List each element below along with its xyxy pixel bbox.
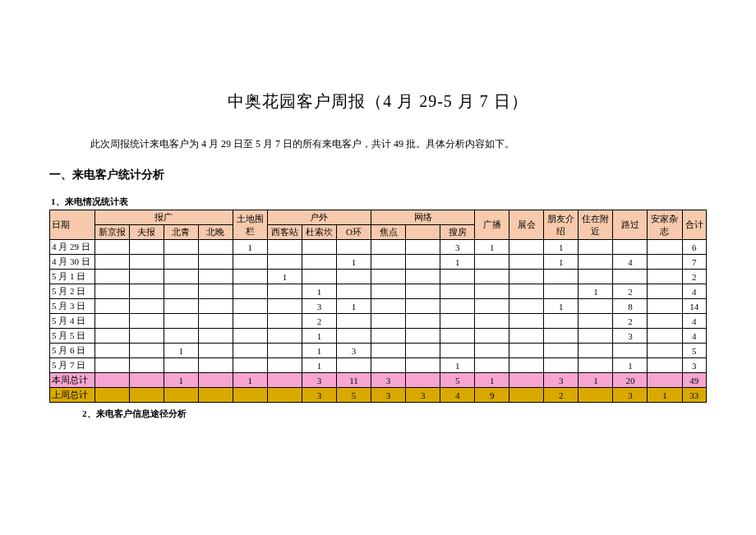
cell: 7 <box>682 255 706 270</box>
cell <box>509 344 544 358</box>
cell <box>648 373 682 388</box>
cell: 1 <box>164 373 198 388</box>
cell <box>475 270 509 284</box>
cell <box>233 284 267 299</box>
cell: 1 <box>336 299 371 314</box>
row-date: 4 月 29 日 <box>50 240 95 255</box>
cell <box>198 388 233 403</box>
cell <box>129 388 164 403</box>
cell <box>94 270 129 284</box>
cell <box>129 344 164 358</box>
table-row: 4 月 30 日11147 <box>50 255 707 270</box>
section-1-heading: 一、来电客户统计分析 <box>49 168 707 182</box>
cell: 4 <box>440 388 475 403</box>
col-blank-net <box>406 225 440 240</box>
cell: 2 <box>613 284 648 299</box>
cell <box>371 255 406 270</box>
cell <box>406 240 440 255</box>
cell: 1 <box>302 329 336 344</box>
cell <box>164 284 198 299</box>
cell: 4 <box>613 255 648 270</box>
cell <box>164 329 198 344</box>
cell <box>267 299 302 314</box>
cell: 11 <box>336 373 371 388</box>
table-row: 5 月 4 日224 <box>50 314 707 329</box>
cell <box>475 314 509 329</box>
col-tudi: 土地围栏 <box>233 210 267 240</box>
cell <box>406 373 440 388</box>
cell <box>440 270 475 284</box>
cell <box>198 373 233 388</box>
cell <box>336 329 371 344</box>
table-row: 4 月 29 日13116 <box>50 240 707 255</box>
col-guangbo: 广播 <box>475 210 509 240</box>
cell <box>267 255 302 270</box>
cell <box>406 299 440 314</box>
cell: 2 <box>544 388 579 403</box>
cell <box>198 314 233 329</box>
cell <box>336 314 371 329</box>
cell: 1 <box>579 284 613 299</box>
cell: 1 <box>267 270 302 284</box>
cell <box>94 344 129 358</box>
cell <box>509 270 544 284</box>
cell: 33 <box>682 388 706 403</box>
cell <box>406 284 440 299</box>
cell <box>233 329 267 344</box>
cell <box>94 373 129 388</box>
cell <box>475 329 509 344</box>
cell <box>336 240 371 255</box>
cell <box>267 329 302 344</box>
col-group-baoguang: 报广 <box>94 210 233 225</box>
cell <box>164 314 198 329</box>
cell: 3 <box>336 344 371 358</box>
cell <box>406 270 440 284</box>
cell <box>544 270 579 284</box>
cell <box>613 240 648 255</box>
cell: 4 <box>682 314 706 329</box>
cell <box>509 373 544 388</box>
cell: 1 <box>302 284 336 299</box>
page-title: 中奥花园客户周报（4 月 29-5 月 7 日） <box>49 90 707 113</box>
cell <box>544 329 579 344</box>
cell <box>129 329 164 344</box>
col-pengyou: 朋友介绍 <box>544 210 579 240</box>
cell <box>233 299 267 314</box>
cell <box>509 299 544 314</box>
cell: 1 <box>544 255 579 270</box>
cell <box>475 255 509 270</box>
cell: 3 <box>544 373 579 388</box>
cell <box>648 329 682 344</box>
cell <box>579 358 613 373</box>
cell <box>475 358 509 373</box>
intro-paragraph: 此次周报统计来电客户为 4 月 29 日至 5 月 7 日的所有来电客户，共计 … <box>90 137 707 151</box>
cell: 1 <box>544 299 579 314</box>
cell: 49 <box>682 373 706 388</box>
cell: 1 <box>475 373 509 388</box>
cell <box>371 344 406 358</box>
col-group-wangluo: 网络 <box>371 210 475 225</box>
cell <box>440 329 475 344</box>
cell <box>440 314 475 329</box>
cell <box>648 314 682 329</box>
cell: 2 <box>613 314 648 329</box>
cell <box>371 270 406 284</box>
cell: 14 <box>682 299 706 314</box>
cell <box>440 284 475 299</box>
cell <box>129 255 164 270</box>
cell <box>164 255 198 270</box>
col-ohuan: O环 <box>336 225 371 240</box>
col-zhuzai: 住在附近 <box>579 210 613 240</box>
cell <box>579 388 613 403</box>
cell: 1 <box>475 240 509 255</box>
cell <box>440 344 475 358</box>
cell <box>613 270 648 284</box>
cell: 2 <box>682 270 706 284</box>
cell <box>94 240 129 255</box>
cell <box>233 388 267 403</box>
row-date: 5 月 7 日 <box>50 358 95 373</box>
cell <box>406 255 440 270</box>
cell <box>371 284 406 299</box>
table-row: 5 月 1 日12 <box>50 270 707 284</box>
cell <box>371 358 406 373</box>
